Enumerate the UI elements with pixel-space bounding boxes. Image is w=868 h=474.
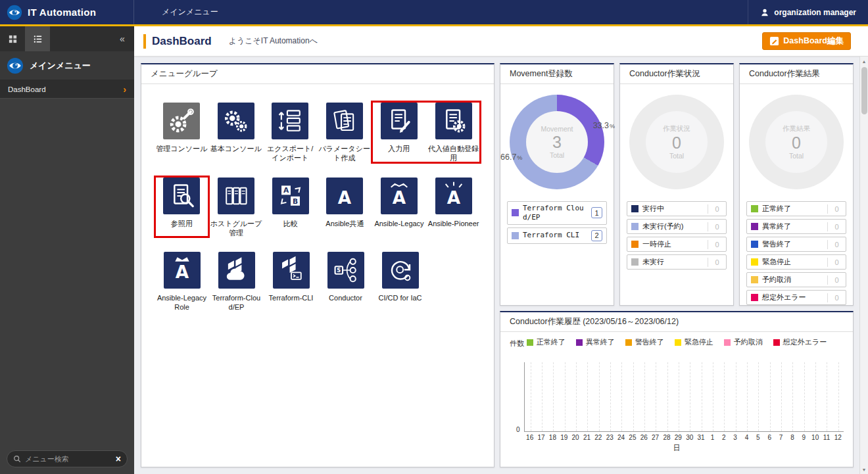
legend-item: 正常終了 — [527, 337, 566, 347]
donut-percent-label: 33.3% — [593, 121, 615, 130]
legend-color-swatch — [631, 205, 639, 212]
legend-color-swatch — [631, 241, 639, 248]
donut-center-value: 3 — [552, 133, 562, 151]
menu-tile[interactable]: CI/CD for IaC — [373, 250, 427, 312]
gridline-column — [775, 362, 786, 431]
content: メニューグループ 管理コンソール基本コンソールエクスポート/インポートパラメータ… — [134, 57, 868, 474]
menu-tile-label: Ansible-Pioneer — [428, 219, 479, 228]
sidebar-item-dashboard[interactable]: DashBoard › — [0, 80, 134, 99]
menu-tile-label: CI/CD for IaC — [378, 293, 422, 302]
menu-tile[interactable]: 代入値自動登録用 — [426, 101, 481, 163]
history-plot — [524, 362, 844, 432]
menu-tile[interactable]: AAnsible-Pioneer — [426, 176, 481, 238]
legend-count: 0 — [827, 275, 842, 285]
scroll-down-icon[interactable]: ▼ — [860, 465, 868, 474]
x-tick-label: 20 — [569, 434, 581, 441]
conductor-status-panel: Conductor作業状況 作業状況 0 Total 実行中0未実行(予約)0一… — [619, 63, 734, 306]
menu-tile[interactable]: ホストグループ管理 — [209, 176, 264, 238]
menu-tile[interactable]: 参照用 — [155, 176, 209, 238]
history-chart: 0 16171819202122232425262728293031123456… — [500, 361, 853, 467]
tab-grid-view[interactable] — [0, 26, 25, 51]
dashboard-edit-button[interactable]: DashBoard編集 — [762, 32, 851, 50]
highlight-box: 入力用代入値自動登録用 — [372, 101, 481, 163]
history-legend-area: 件数 正常終了異常終了警告終了緊急停止予約取消想定外エラー — [500, 337, 853, 361]
conductor-history-panel: Conductor作業履歴 (2023/05/16～2023/06/12) 件数… — [500, 311, 854, 467]
legend-color-swatch — [527, 339, 533, 346]
legend-item: 緊急停止0 — [746, 254, 846, 270]
gridline-column — [593, 362, 604, 431]
x-tick-label: 3 — [729, 434, 740, 441]
legend-label: 予約取消 — [734, 337, 763, 347]
gridline-column — [639, 362, 650, 431]
donut-row: Movement登録数 Movement 3 Total 33.3%66.7% … — [500, 63, 854, 306]
menu-tile[interactable]: Terraform-CLI — [264, 250, 318, 312]
gridline-column — [582, 362, 593, 431]
donut-legend: 正常終了0異常終了0警告終了0緊急停止0予約取消0想定外エラー0 — [746, 201, 846, 305]
gridline-column — [685, 362, 696, 431]
legend-item: 想定外エラー0 — [746, 290, 846, 305]
menu-tile-icon-box — [381, 103, 418, 139]
menu-tile[interactable]: エクスポート/インポート — [263, 101, 318, 163]
tab-list-view[interactable] — [25, 26, 50, 51]
x-tick-label: 23 — [604, 434, 615, 441]
menu-tile[interactable]: Terraform-Cloud/EP — [209, 250, 264, 312]
scrollbar-thumb[interactable] — [861, 67, 867, 114]
legend-count: 0 — [827, 240, 842, 249]
menu-tile[interactable]: 基本コンソール — [209, 101, 264, 163]
legend-count: 0 — [827, 204, 842, 214]
x-tick-label: 24 — [615, 434, 627, 441]
legend-count: 1 — [591, 207, 602, 218]
menu-search-input[interactable] — [25, 455, 112, 463]
legend-count: 0 — [827, 258, 842, 267]
search-clear-button[interactable]: × — [116, 454, 121, 463]
menu-tile[interactable]: AAnsible-Legacy — [372, 176, 427, 238]
legend-item: 未実行(予約)0 — [627, 219, 727, 234]
sidebar: « メインメニュー DashBoard › × — [0, 26, 134, 474]
menu-tile[interactable]: AB比較 — [263, 176, 318, 238]
menu-tile-label: Ansible共通 — [326, 219, 364, 228]
menu-tile-icon-box — [163, 103, 200, 139]
gridline-column — [559, 362, 570, 431]
gridline-column — [536, 362, 547, 431]
user-menu[interactable]: organization manager — [748, 0, 868, 24]
compare-icon: AB — [276, 181, 306, 211]
legend-color-swatch — [631, 258, 639, 266]
panel-title: Conductor作業結果 — [740, 64, 853, 84]
legend-color-swatch — [512, 232, 519, 239]
exastro-eye-icon — [7, 5, 22, 20]
menu-tile-icon-box — [326, 103, 363, 139]
panel-title: Movement登録数 — [500, 64, 614, 84]
legend-color-swatch — [675, 339, 681, 346]
app-logo: IT Automation — [0, 0, 134, 24]
sidebar-collapse-button[interactable]: « — [110, 26, 134, 51]
legend-label: 未実行(予約) — [642, 222, 704, 231]
tile-rows: 管理コンソール基本コンソールエクスポート/インポートパラメータシート作成入力用代… — [141, 84, 494, 343]
gridline-column — [548, 362, 559, 431]
donut-chart: Movement 3 Total 33.3%66.7% — [510, 95, 604, 189]
menu-tile[interactable]: 管理コンソール — [155, 101, 209, 163]
menu-tile[interactable]: パラメータシート作成 — [318, 101, 372, 163]
legend-color-swatch — [512, 209, 519, 216]
legend-count: 0 — [827, 293, 842, 302]
menu-tile-icon-box: A — [164, 252, 201, 289]
history-legend: 正常終了異常終了警告終了緊急停止予約取消想定外エラー — [522, 337, 831, 347]
x-tick-label: 9 — [798, 434, 809, 441]
ansible-legacy-icon: A — [384, 181, 414, 211]
sidebar-menu-title: メインメニュー — [30, 60, 91, 72]
legend-label: 想定外エラー — [783, 337, 827, 347]
menu-tile[interactable]: AAnsible共通 — [318, 176, 372, 238]
scroll-up-icon[interactable]: ▲ — [860, 57, 868, 66]
menu-tile[interactable]: 入力用 — [372, 101, 426, 163]
menu-tile[interactable]: AAnsible-LegacyRole — [155, 250, 209, 312]
conductor-icon: S — [331, 255, 361, 285]
vertical-scrollbar[interactable]: ▲ ▼ — [859, 57, 868, 474]
legend-color-swatch — [751, 223, 758, 230]
donut-center-sub: Total — [669, 152, 684, 160]
x-tick-label: 18 — [547, 434, 558, 441]
x-tick-label: 19 — [558, 434, 569, 441]
menu-tile-label: Terraform-Cloud/EP — [210, 293, 263, 312]
x-tick-label: 5 — [752, 434, 763, 441]
menu-tile[interactable]: SConductor — [318, 250, 373, 312]
legend-color-swatch — [751, 241, 758, 248]
gridline-column — [719, 362, 730, 431]
